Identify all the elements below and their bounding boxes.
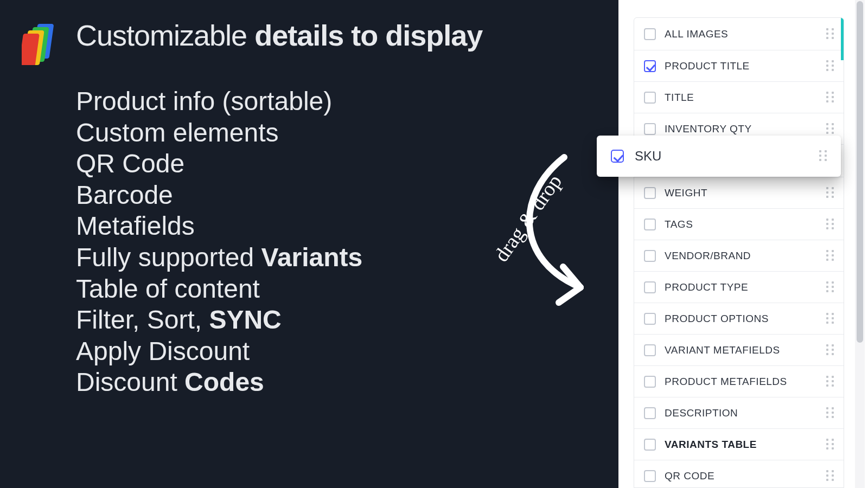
row-label: SKU bbox=[635, 149, 808, 164]
row-label: DESCRIPTION bbox=[665, 407, 818, 419]
checkbox[interactable] bbox=[644, 281, 656, 293]
scrollbar-thumb[interactable] bbox=[857, 1, 863, 343]
row-label: WEIGHT bbox=[665, 187, 818, 199]
field-row[interactable]: WEIGHT bbox=[634, 177, 844, 209]
feature-list: Product info (sortable)Custom elementsQR… bbox=[76, 86, 575, 398]
drag-handle-icon[interactable] bbox=[826, 407, 834, 419]
feature-line: Product info (sortable) bbox=[76, 86, 575, 117]
checkbox[interactable] bbox=[644, 250, 656, 262]
drag-handle-icon[interactable] bbox=[826, 219, 834, 230]
checkbox[interactable] bbox=[644, 407, 656, 419]
field-row[interactable]: VARIANTS TABLE bbox=[634, 429, 844, 460]
checkbox[interactable] bbox=[644, 187, 656, 199]
row-label: VARIANTS TABLE bbox=[665, 439, 818, 451]
detail-fields-panel[interactable]: ALL IMAGESPRODUCT TITLETITLEINVENTORY QT… bbox=[634, 17, 844, 488]
row-label: VARIANT METAFIELDS bbox=[665, 344, 818, 356]
checkbox[interactable] bbox=[644, 470, 656, 482]
field-row[interactable]: TAGS bbox=[634, 209, 844, 240]
drag-handle-icon[interactable] bbox=[826, 60, 834, 72]
feature-line: QR Code bbox=[76, 148, 575, 179]
feature-line: Metafields bbox=[76, 210, 575, 242]
row-label: TAGS bbox=[665, 219, 818, 230]
headline: Customizable details to display bbox=[76, 18, 575, 52]
field-row[interactable]: VARIANT METAFIELDS bbox=[634, 335, 844, 366]
checkbox[interactable] bbox=[644, 60, 656, 72]
feature-line: Table of content bbox=[76, 273, 575, 305]
drag-handle-icon[interactable] bbox=[826, 376, 834, 388]
feature-line: Fully supported Variants bbox=[76, 242, 575, 273]
drag-handle-icon[interactable] bbox=[826, 313, 834, 325]
headline-pre: Customizable bbox=[76, 19, 254, 52]
checkbox[interactable] bbox=[644, 439, 656, 451]
detail-fields-wrap: ALL IMAGESPRODUCT TITLETITLEINVENTORY QT… bbox=[618, 0, 868, 488]
scrollbar[interactable] bbox=[855, 0, 865, 488]
checkbox[interactable] bbox=[644, 313, 656, 325]
row-label: QR CODE bbox=[665, 470, 818, 482]
row-label: ALL IMAGES bbox=[665, 28, 818, 40]
app-logo-icon bbox=[22, 22, 60, 65]
field-row[interactable]: PRODUCT TYPE bbox=[634, 272, 844, 303]
row-label: PRODUCT TYPE bbox=[665, 281, 818, 293]
row-label: PRODUCT METAFIELDS bbox=[665, 376, 818, 388]
checkbox[interactable] bbox=[644, 28, 656, 40]
checkbox[interactable] bbox=[644, 123, 656, 135]
field-row[interactable]: PRODUCT TITLE bbox=[634, 50, 844, 82]
drag-handle-icon[interactable] bbox=[826, 250, 834, 262]
drag-handle-icon[interactable] bbox=[826, 187, 834, 199]
dragging-row-sku[interactable]: SKU bbox=[597, 136, 841, 177]
field-row[interactable]: TITLE bbox=[634, 82, 844, 113]
field-row[interactable]: PRODUCT METAFIELDS bbox=[634, 366, 844, 397]
drag-handle-icon[interactable] bbox=[826, 470, 834, 482]
feature-line: Discount Codes bbox=[76, 367, 575, 398]
field-row[interactable]: DESCRIPTION bbox=[634, 397, 844, 429]
drag-handle-icon[interactable] bbox=[826, 123, 834, 135]
row-label: PRODUCT OPTIONS bbox=[665, 313, 818, 325]
feature-line: Custom elements bbox=[76, 117, 575, 149]
row-label: PRODUCT TITLE bbox=[665, 60, 818, 72]
checkbox[interactable] bbox=[644, 219, 656, 230]
feature-line: Barcode bbox=[76, 179, 575, 211]
field-row[interactable]: QR CODE bbox=[634, 460, 844, 488]
row-label: INVENTORY QTY bbox=[665, 123, 818, 135]
feature-line: Filter, Sort, SYNC bbox=[76, 304, 575, 336]
drag-handle-icon[interactable] bbox=[826, 439, 834, 451]
marketing-copy: Customizable details to display Product … bbox=[22, 18, 575, 398]
drag-handle-icon[interactable] bbox=[826, 92, 834, 104]
drag-handle-icon[interactable] bbox=[826, 28, 834, 40]
field-row[interactable]: PRODUCT OPTIONS bbox=[634, 303, 844, 335]
row-label: VENDOR/BRAND bbox=[665, 250, 818, 262]
checkbox[interactable] bbox=[644, 344, 656, 356]
headline-bold: details to display bbox=[254, 19, 482, 52]
field-row[interactable]: VENDOR/BRAND bbox=[634, 240, 844, 272]
checkbox[interactable] bbox=[644, 92, 656, 104]
row-label: TITLE bbox=[665, 92, 818, 104]
checkbox[interactable] bbox=[644, 376, 656, 388]
drag-handle-icon[interactable] bbox=[826, 344, 834, 356]
field-row[interactable]: ALL IMAGES bbox=[634, 18, 844, 50]
drag-handle-icon[interactable] bbox=[826, 281, 834, 293]
feature-line: Apply Discount bbox=[76, 336, 575, 367]
checkbox[interactable] bbox=[611, 150, 624, 163]
drag-handle-icon[interactable] bbox=[819, 150, 827, 162]
